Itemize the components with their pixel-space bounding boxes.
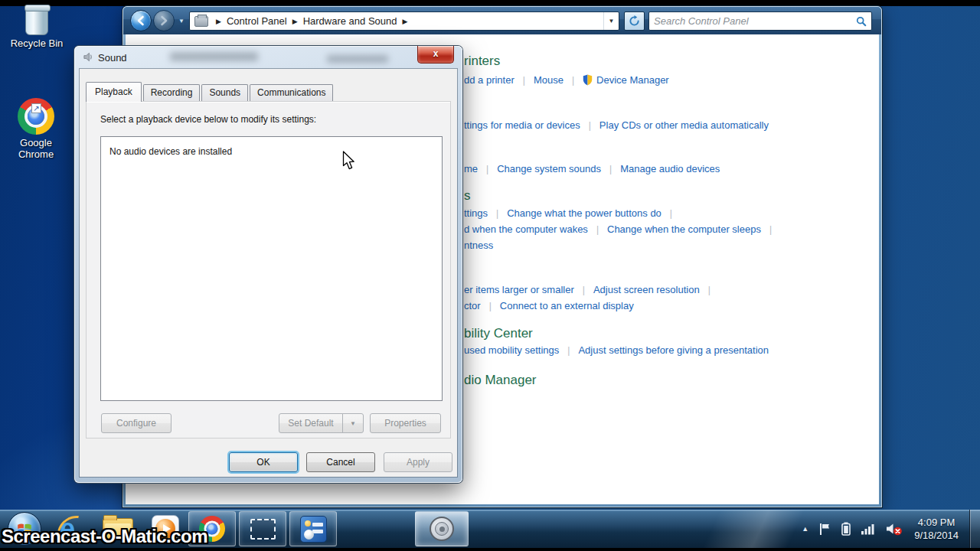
hardware-and-sound-icon — [194, 16, 208, 27]
link-separator: | — [670, 208, 672, 219]
dialog-client-area: PlaybackRecordingSoundsCommunications Se… — [80, 69, 457, 477]
tray-date: 9/18/2014 — [914, 529, 959, 542]
glass-ghost — [170, 52, 258, 61]
back-button[interactable] — [130, 10, 152, 31]
apply-button[interactable]: Apply — [384, 452, 452, 472]
forward-arrow-icon — [158, 15, 169, 26]
refresh-icon — [629, 15, 640, 27]
link-separator: | — [496, 208, 498, 219]
breadcrumb-arrow-icon: ▶ — [216, 18, 221, 25]
task-link[interactable]: ntness — [464, 240, 493, 251]
breadcrumb[interactable]: ▶ Control Panel ▶ Hardware and Sound ▶ ▼ — [189, 11, 619, 31]
back-arrow-icon — [136, 15, 146, 26]
taskbar-sound-dialog[interactable] — [415, 511, 469, 546]
show-hidden-icons-button[interactable]: ▲ — [802, 525, 808, 533]
configure-button[interactable]: Configure — [101, 413, 172, 433]
link-separator: | — [596, 224, 599, 235]
glass-ghost — [327, 55, 388, 63]
dialog-title: Sound — [98, 52, 127, 64]
navigation-bar: ▼ ▶ Control Panel ▶ Hardware and Sound ▶… — [123, 7, 881, 34]
desktop-icon-google-chrome[interactable]: ↗ Google Chrome — [3, 98, 69, 160]
shortcut-arrow-icon: ↗ — [31, 103, 41, 113]
task-link[interactable]: ctor — [464, 300, 481, 311]
address-dropdown-button[interactable]: ▼ — [603, 12, 619, 30]
search-box[interactable] — [648, 11, 872, 31]
sound-dialog: Sound x PlaybackRecordingSoundsCommunica… — [74, 46, 462, 483]
action-center-flag-icon[interactable] — [819, 523, 831, 536]
tray-time: 4:09 PM — [914, 516, 959, 529]
tab-recording[interactable]: Recording — [143, 84, 201, 101]
search-icon[interactable] — [856, 16, 867, 27]
tab-strip: PlaybackRecordingSoundsCommunications — [86, 82, 335, 101]
properties-button[interactable]: Properties — [370, 413, 441, 433]
task-link[interactable]: er items larger or smaller — [464, 284, 574, 295]
system-tray: ▲ 4:09 PM 9/18/2014 — [796, 510, 966, 548]
link-separator: | — [523, 75, 525, 86]
instruction-label: Select a playback device below to modify… — [100, 114, 316, 125]
link-separator: | — [609, 164, 612, 174]
tab-sounds[interactable]: Sounds — [201, 84, 248, 101]
show-desktop-button[interactable] — [969, 510, 980, 548]
task-link[interactable]: me — [464, 163, 478, 174]
desktop-icon-label: Recycle Bin — [4, 37, 70, 49]
task-link[interactable]: ttings — [464, 207, 488, 219]
section-heading: dio Manager — [464, 373, 537, 388]
uac-shield-icon — [583, 74, 593, 86]
close-button[interactable]: x — [417, 46, 454, 64]
task-link[interactable]: Adjust settings before giving a presenta… — [578, 344, 769, 356]
set-default-dropdown-arrow[interactable]: ▼ — [342, 413, 364, 433]
control-panel-icon — [300, 516, 327, 543]
playback-tab-page: Select a playback device below to modify… — [86, 101, 451, 439]
forward-button[interactable] — [153, 10, 175, 31]
task-link[interactable]: d when the computer wakes — [464, 223, 588, 235]
taskbar-control-panel[interactable] — [289, 511, 337, 546]
task-link[interactable]: Change system sounds — [497, 163, 601, 174]
link-separator: | — [583, 285, 585, 295]
task-link[interactable]: dd a printer — [464, 74, 514, 86]
link-separator: | — [589, 120, 591, 131]
mouse-cursor — [342, 151, 357, 174]
link-separator: | — [572, 75, 574, 86]
desktop-icon-recycle-bin[interactable]: Recycle Bin — [4, 8, 70, 49]
recycle-bin-icon — [25, 8, 48, 35]
dialog-titlebar[interactable]: Sound x — [74, 46, 462, 69]
network-signal-icon[interactable] — [861, 523, 875, 535]
task-link[interactable]: used mobility settings — [464, 344, 559, 356]
set-default-button[interactable]: Set Default — [279, 413, 343, 433]
recent-pages-dropdown[interactable]: ▼ — [178, 18, 185, 24]
breadcrumb-arrow-icon[interactable]: ▶ — [292, 18, 298, 25]
ok-button[interactable]: OK — [229, 452, 298, 472]
link-separator: | — [486, 164, 488, 174]
no-devices-message: No audio devices are installed — [109, 146, 232, 157]
battery-icon[interactable] — [841, 522, 851, 536]
volume-muted-icon[interactable] — [886, 522, 903, 536]
task-link[interactable]: Change when the computer sleeps — [607, 223, 761, 235]
search-input[interactable] — [654, 15, 856, 27]
task-link[interactable]: ttings for media or devices — [464, 119, 580, 131]
taskbar-screen-capture[interactable] — [239, 511, 286, 546]
breadcrumb-item-control-panel[interactable]: Control Panel — [227, 15, 287, 27]
task-link[interactable]: Play CDs or other media automatically — [599, 119, 769, 131]
link-separator: | — [769, 224, 772, 235]
task-link[interactable]: Adjust screen resolution — [593, 284, 700, 295]
task-link[interactable]: Connect to an external display — [500, 300, 634, 311]
speaker-icon — [83, 51, 94, 66]
section-heading: rinters — [464, 54, 500, 69]
section-heading: s — [464, 188, 471, 204]
tray-clock[interactable]: 4:09 PM 9/18/2014 — [914, 516, 959, 542]
tab-playback[interactable]: Playback — [86, 82, 142, 102]
breadcrumb-arrow-icon[interactable]: ▶ — [402, 18, 407, 25]
watermark: Screencast-O-Matic.com — [2, 526, 207, 547]
cancel-button[interactable]: Cancel — [306, 452, 375, 472]
tab-communications[interactable]: Communications — [250, 84, 333, 101]
speaker-icon — [430, 517, 454, 541]
breadcrumb-item-hardware-and-sound[interactable]: Hardware and Sound — [303, 15, 397, 27]
link-separator: | — [708, 285, 710, 295]
task-link[interactable]: Device Manager — [583, 74, 669, 86]
task-link[interactable]: Change what the power buttons do — [507, 207, 662, 219]
playback-device-list[interactable]: No audio devices are installed — [100, 136, 443, 401]
refresh-button[interactable] — [624, 11, 645, 31]
link-separator: | — [567, 345, 570, 356]
task-link[interactable]: Manage audio devices — [620, 163, 720, 174]
task-link[interactable]: Mouse — [534, 74, 564, 86]
